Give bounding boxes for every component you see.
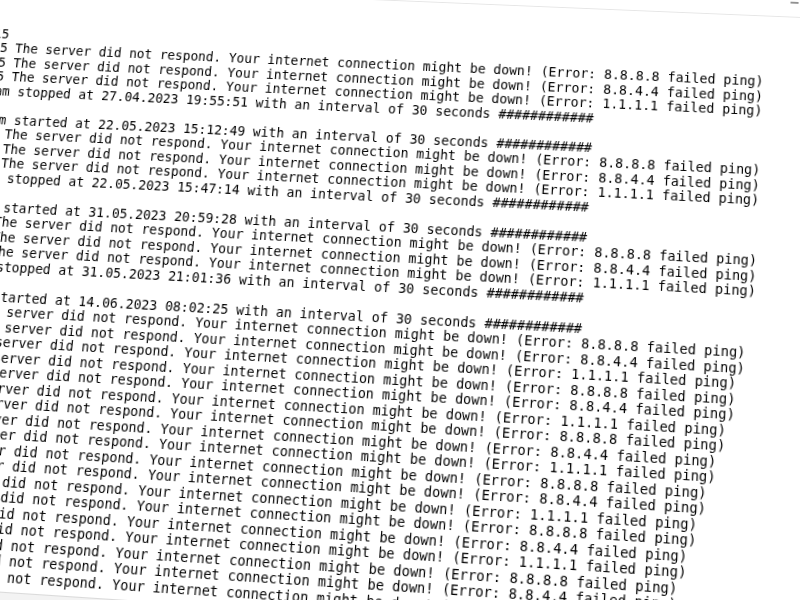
minimize-button[interactable] — [771, 0, 800, 18]
text-area[interactable]: 27.04.2023 19:53:1527.04.2023 19:53:45 T… — [0, 0, 800, 600]
minimize-icon — [789, 0, 799, 8]
notepad-window: 27.04.2023 19:53:1527.04.2023 19:53:45 T… — [0, 0, 800, 600]
